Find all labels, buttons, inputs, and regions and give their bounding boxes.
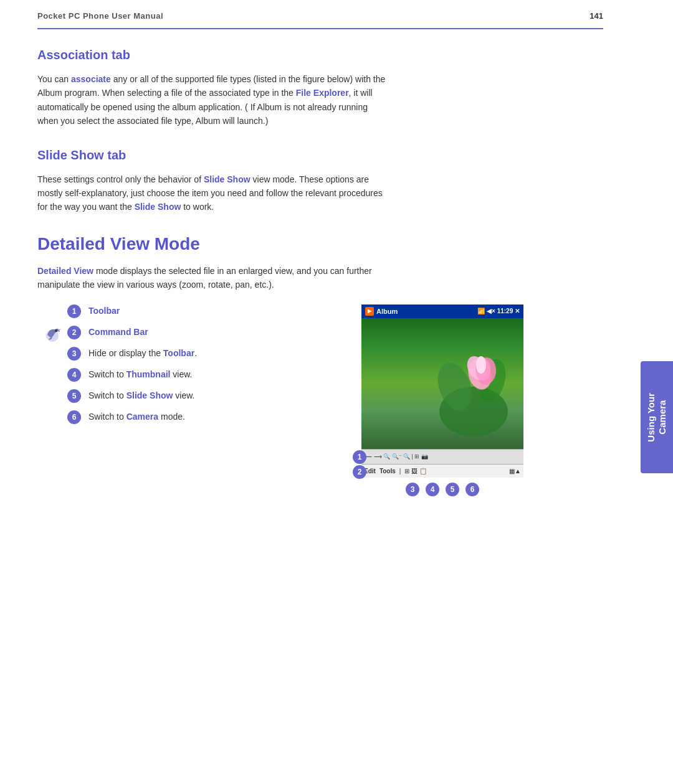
item-3-text: Hide or display the Toolbar. <box>88 347 197 360</box>
callout-6-badge: 6 <box>465 483 479 496</box>
slide-show-tab-section: Slide Show tab These settings control on… <box>37 148 603 214</box>
badge-6: 6 <box>67 410 81 424</box>
slide-show-tab-heading: Slide Show tab <box>37 148 603 163</box>
callout-container: ▶ Album 📶 ◀× 11:29 ✕ <box>361 305 536 496</box>
item-2-text: Command Bar <box>88 326 148 339</box>
list-item-2: 2 Command Bar <box>67 326 336 339</box>
association-tab-heading: Association tab <box>37 48 603 62</box>
detailed-view-intro: Detailed View mode displays the selected… <box>37 264 386 292</box>
callout-bottom-row: 3 4 5 6 <box>361 483 523 496</box>
association-tab-text: You can associate any or all of the supp… <box>37 72 386 128</box>
phone-toolbar-bar: ⟵ ⟶ 🔍 🔍⁻ 🔍 | ⊞ 📷 <box>361 449 523 464</box>
page-header: Pocket PC Phone User Manual 141 <box>37 0 603 29</box>
phone-app-name: Album <box>376 308 398 315</box>
camera-link[interactable]: Camera <box>126 412 158 422</box>
badge-1: 1 <box>67 305 81 318</box>
page-container: Using YourCamera Pocket PC Phone User Ma… <box>0 0 673 784</box>
list-item-3: 3 Hide or display the Toolbar. <box>67 347 336 361</box>
callout-2-badge: 2 <box>353 465 366 479</box>
phone-flower-image <box>361 318 523 449</box>
thumbnail-link[interactable]: Thumbnail <box>126 369 171 379</box>
side-tab: Using YourCamera <box>641 361 673 473</box>
slide-show-link-2[interactable]: Slide Show <box>135 202 181 212</box>
badge-5: 5 <box>67 389 81 403</box>
association-tab-section: Association tab You can associate any or… <box>37 48 603 128</box>
manual-title: Pocket PC Phone User Manual <box>37 11 163 21</box>
callout-4-badge: 4 <box>426 483 439 496</box>
item-5-text: Switch to Slide Show view. <box>88 390 194 402</box>
bird-icon <box>41 322 64 344</box>
phone-titlebar-left: ▶ Album <box>365 307 398 316</box>
badge-3: 3 <box>67 347 81 361</box>
svg-point-9 <box>476 356 486 374</box>
items-col: 1 Toolbar 2 Command Bar <box>67 305 336 432</box>
items-with-bird: 1 Toolbar 2 Command Bar <box>37 305 336 432</box>
toolbar-link-2[interactable]: Toolbar <box>163 348 194 358</box>
list-item-5: 5 Switch to Slide Show view. <box>67 389 336 403</box>
item-4-text: Switch to Thumbnail view. <box>88 369 193 381</box>
detailed-view-link[interactable]: Detailed View <box>37 266 93 276</box>
callout-3-badge: 3 <box>406 483 419 496</box>
cmd-right: ▦▲ <box>509 468 521 475</box>
badge-4: 4 <box>67 368 81 382</box>
list-item-4: 4 Switch to Thumbnail view. <box>67 368 336 382</box>
slide-show-tab-text: These settings control only the behavior… <box>37 172 386 214</box>
bird-col <box>37 305 67 432</box>
callout-1-badge: 1 <box>353 450 366 464</box>
toolbar-icons: ⟵ ⟶ 🔍 🔍⁻ 🔍 | ⊞ 📷 <box>364 453 428 460</box>
phone-mockup-area: ▶ Album 📶 ◀× 11:29 ✕ <box>361 305 536 496</box>
slide-show-link-3[interactable]: Slide Show <box>126 390 173 400</box>
detailed-content-area: 1 Toolbar 2 Command Bar <box>37 305 603 496</box>
item-6-text: Switch to Camera mode. <box>88 411 185 423</box>
commandbar-row-wrapper: 2 Edit Tools | ⊞ 🖼 📋 ▦▲ <box>361 464 523 478</box>
associate-link[interactable]: associate <box>71 74 111 84</box>
file-explorer-link[interactable]: File Explorer <box>296 88 349 98</box>
svg-point-1 <box>55 329 57 332</box>
toolbar-link[interactable]: Toolbar <box>88 306 120 316</box>
list-item-6: 6 Switch to Camera mode. <box>67 410 336 424</box>
main-content: Pocket PC Phone User Manual 141 Associat… <box>0 0 641 784</box>
phone-commandbar-bar: Edit Tools | ⊞ 🖼 📋 ▦▲ <box>361 464 523 478</box>
phone-screen-mockup: ▶ Album 📶 ◀× 11:29 ✕ <box>361 305 523 496</box>
phone-app-icon: ▶ <box>365 307 374 316</box>
phone-status: 📶 ◀× 11:29 ✕ <box>477 308 520 314</box>
command-bar-link[interactable]: Command Bar <box>88 327 148 337</box>
side-tab-text: Using YourCamera <box>646 393 668 442</box>
page-number: 141 <box>589 11 603 21</box>
callout-5-badge: 5 <box>446 483 459 496</box>
slide-show-link-1[interactable]: Slide Show <box>204 174 251 184</box>
cmd-icons: ⊞ 🖼 📋 <box>404 468 427 475</box>
flower-svg <box>436 337 511 437</box>
tools-label: Tools <box>379 468 396 475</box>
separator: | <box>399 468 401 475</box>
badge-2: 2 <box>67 326 81 339</box>
detailed-view-heading: Detailed View Mode <box>37 234 603 254</box>
toolbar-row-wrapper: 1 ⟵ ⟶ 🔍 🔍⁻ 🔍 | ⊞ 📷 <box>361 449 523 464</box>
detailed-left-panel: 1 Toolbar 2 Command Bar <box>37 305 336 496</box>
item-1-text: Toolbar <box>88 305 120 318</box>
detailed-view-section: Detailed View Mode Detailed View mode di… <box>37 234 603 496</box>
list-item-1: 1 Toolbar <box>67 305 336 318</box>
phone-titlebar: ▶ Album 📶 ◀× 11:29 ✕ <box>361 305 523 318</box>
